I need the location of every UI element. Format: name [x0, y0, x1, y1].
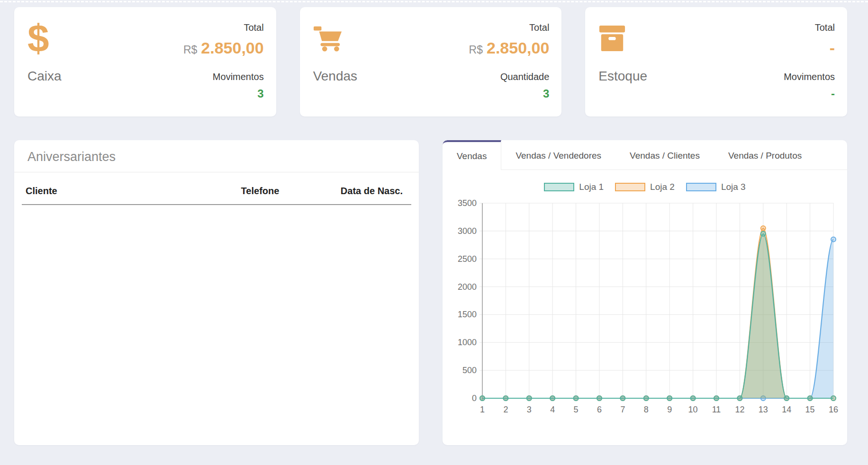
sub-label: Movimentos: [784, 72, 835, 82]
svg-text:1500: 1500: [458, 310, 477, 319]
amount-value: -: [830, 39, 835, 57]
svg-text:13: 13: [759, 405, 768, 414]
tab-vendas-clientes[interactable]: Vendas / Clientes: [615, 140, 714, 170]
svg-text:11: 11: [712, 405, 721, 414]
dollar-icon: $: [27, 19, 49, 58]
birthdays-title: Aniversariantes: [14, 140, 419, 172]
chart-legend: Loja 1 Loja 2 Loja 3: [443, 182, 847, 192]
stat-left: Vendas: [300, 7, 357, 116]
sales-chart-svg: 0500100015002000250030003500123456789101…: [452, 197, 841, 436]
svg-text:3: 3: [527, 405, 532, 414]
cart-icon: [313, 25, 343, 52]
tab-vendas[interactable]: Vendas: [443, 140, 501, 170]
svg-text:6: 6: [597, 405, 602, 414]
legend-item-loja2[interactable]: Loja 2: [615, 182, 675, 192]
sub-label: Movimentos: [213, 72, 264, 82]
bottom-row: Aniversariantes Cliente Telefone Data de…: [14, 140, 847, 445]
svg-text:1: 1: [480, 405, 485, 414]
birthdays-table-header: Cliente Telefone Data de Nasc.: [22, 186, 411, 205]
svg-text:1000: 1000: [458, 338, 477, 347]
total-label: Total: [815, 22, 835, 33]
stat-card-label: Caixa: [27, 69, 62, 84]
column-header-data-nasc: Data de Nasc.: [305, 186, 409, 197]
column-header-telefone: Telefone: [215, 186, 305, 197]
legend-swatch-loja3: [686, 183, 716, 191]
svg-text:14: 14: [782, 405, 791, 414]
chart-area: 0500100015002000250030003500123456789101…: [452, 197, 841, 436]
svg-text:500: 500: [462, 366, 477, 375]
svg-text:0: 0: [472, 393, 477, 403]
legend-label: Loja 3: [721, 182, 746, 192]
stat-right: Total R$ 2.850,00 Quantidade 3: [469, 7, 562, 116]
svg-text:3500: 3500: [458, 198, 477, 208]
svg-text:16: 16: [829, 405, 838, 414]
legend-item-loja3[interactable]: Loja 3: [686, 182, 746, 192]
total-label: Total: [244, 22, 263, 33]
stats-row: $ Caixa Total R$ 2.850,00 Movimentos 3: [14, 7, 847, 116]
sub-value: 3: [543, 87, 549, 100]
amount-value: 2.850,00: [487, 39, 549, 57]
svg-text:2500: 2500: [458, 254, 477, 264]
stat-card-caixa: $ Caixa Total R$ 2.850,00 Movimentos 3: [14, 7, 276, 116]
total-label: Total: [529, 22, 549, 33]
stat-card-label: Vendas: [313, 69, 357, 84]
svg-text:15: 15: [805, 405, 815, 414]
total-value: -: [826, 39, 835, 57]
stat-icon-box: [598, 15, 647, 62]
svg-text:7: 7: [620, 405, 625, 414]
svg-text:2000: 2000: [458, 282, 477, 292]
svg-text:5: 5: [574, 405, 579, 414]
svg-text:3000: 3000: [458, 226, 477, 236]
stat-left: Estoque: [585, 7, 647, 116]
legend-swatch-loja1: [544, 183, 574, 191]
box-icon: [598, 25, 626, 52]
sales-chart-card: Vendas Vendas / Vendedores Vendas / Clie…: [443, 140, 847, 445]
stat-right: Total - Movimentos -: [784, 7, 847, 116]
svg-text:4: 4: [550, 405, 555, 414]
stat-icon-box: [313, 15, 357, 62]
total-value: R$ 2.850,00: [469, 39, 550, 57]
birthdays-table: Cliente Telefone Data de Nasc.: [14, 172, 419, 205]
stat-card-vendas: Vendas Total R$ 2.850,00 Quantidade 3: [300, 7, 562, 116]
stat-card-estoque: Estoque Total - Movimentos -: [585, 7, 847, 116]
stat-icon-box: $: [27, 15, 62, 62]
tab-vendas-produtos[interactable]: Vendas / Produtos: [714, 140, 816, 170]
svg-text:10: 10: [688, 405, 698, 414]
currency-prefix: R$: [469, 44, 483, 56]
top-dashed-line: [0, 1, 868, 2]
svg-text:2: 2: [503, 405, 508, 414]
sub-value: 3: [257, 87, 263, 100]
svg-text:12: 12: [735, 405, 744, 414]
stat-left: $ Caixa: [14, 7, 62, 116]
amount-value: 2.850,00: [201, 39, 263, 57]
svg-text:8: 8: [644, 405, 649, 414]
svg-text:9: 9: [667, 405, 672, 414]
sales-tabbar: Vendas Vendas / Vendedores Vendas / Clie…: [443, 140, 847, 170]
birthdays-card: Aniversariantes Cliente Telefone Data de…: [14, 140, 419, 445]
stat-right: Total R$ 2.850,00 Movimentos 3: [183, 7, 276, 116]
currency-prefix: R$: [183, 44, 197, 56]
sub-value: -: [831, 87, 835, 100]
stat-card-label: Estoque: [598, 69, 647, 84]
legend-label: Loja 2: [650, 182, 675, 192]
legend-swatch-loja2: [615, 183, 645, 191]
legend-item-loja1[interactable]: Loja 1: [544, 182, 604, 192]
total-value: R$ 2.850,00: [183, 39, 264, 57]
column-header-cliente: Cliente: [26, 186, 215, 197]
sub-label: Quantidade: [500, 72, 549, 82]
legend-label: Loja 1: [579, 182, 604, 192]
tab-vendas-vendedores[interactable]: Vendas / Vendedores: [501, 140, 615, 170]
